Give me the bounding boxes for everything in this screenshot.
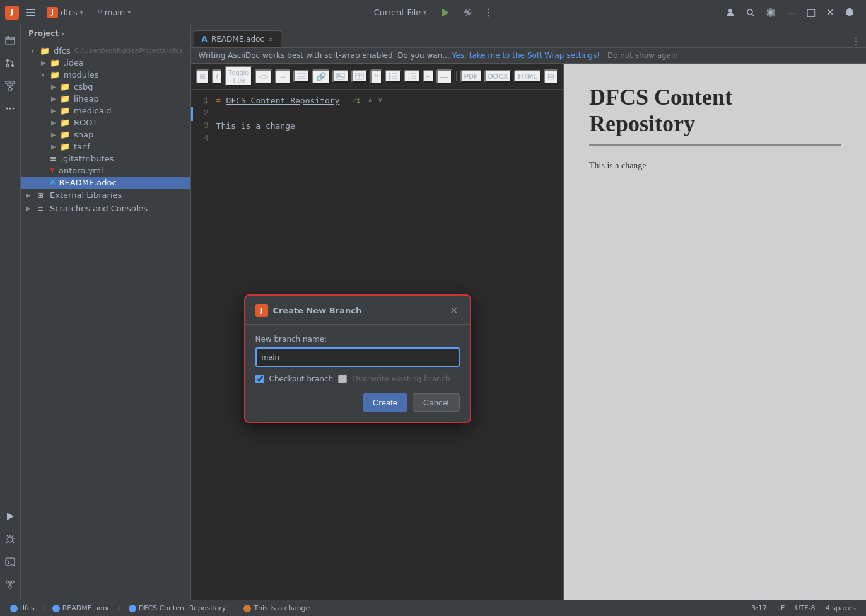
tree-idea-item[interactable]: ▶ 📁 .idea: [21, 57, 190, 69]
sidebar-icon-terminal[interactable]: [0, 552, 20, 572]
status-position-item[interactable]: 3:17: [746, 604, 772, 612]
toolbar-toggle-title-button[interactable]: Toggle Title: [225, 66, 253, 86]
hamburger-button[interactable]: [24, 6, 38, 19]
tab-actions-more[interactable]: ⋮: [846, 35, 866, 47]
svg-point-20: [6, 108, 8, 110]
status-indent-item[interactable]: 4 spaces: [821, 604, 862, 612]
dialog-logo: J: [255, 304, 268, 317]
toolbar-table-button[interactable]: [351, 70, 368, 83]
toolbar-bold-button[interactable]: B: [196, 69, 209, 84]
status-right: 3:17 LF UTF-8 4 spaces: [746, 604, 861, 612]
code-line-3: This is a change: [216, 120, 563, 132]
toolbar-align-button[interactable]: [293, 70, 310, 83]
svg-point-10: [11, 64, 14, 67]
toolbar-format-button[interactable]: ↔: [275, 69, 291, 84]
tree-medicaid-item[interactable]: ▶ 📁 medicaid: [21, 105, 190, 117]
maximize-button[interactable]: □: [802, 4, 819, 21]
external-libraries-item[interactable]: ▶ ⊞ External Libraries: [21, 189, 190, 202]
svg-marker-23: [7, 513, 14, 520]
user-icon-button[interactable]: [722, 5, 739, 20]
toolbar-code-button[interactable]: <>: [255, 69, 272, 84]
tree-root-folder-item[interactable]: ▶ 📁 ROOT: [21, 117, 190, 129]
status-bc1-item[interactable]: DFCS Content Repository: [124, 604, 231, 612]
branch-button[interactable]: ⑂ main ▾: [92, 6, 137, 19]
status-line-ending-item[interactable]: LF: [772, 604, 790, 612]
minimize-button[interactable]: —: [782, 4, 800, 21]
tree-tanf-item[interactable]: ▶ 📁 tanf: [21, 141, 190, 153]
overwrite-checkbox[interactable]: [338, 375, 347, 383]
status-project-item[interactable]: dfcs: [5, 604, 40, 612]
create-button[interactable]: Create: [363, 393, 407, 412]
toolbar-html-button[interactable]: HTML: [514, 70, 541, 83]
tab-close-readme[interactable]: ×: [268, 36, 273, 43]
status-encoding-item[interactable]: UTF-8: [790, 604, 820, 612]
status-bc2-item[interactable]: This is a change: [238, 604, 315, 612]
code-lines[interactable]: = DFCS Content Repository ✓1 ∧ ∨ This is…: [214, 95, 563, 145]
tree-idea-folder-icon: 📁: [50, 58, 60, 67]
toolbar-code-block-button[interactable]: ⌐: [423, 70, 434, 83]
close-button[interactable]: ✕: [822, 4, 838, 21]
scratches-item[interactable]: ▶ ≡ Scratches and Consoles: [21, 202, 190, 215]
sidebar-icon-more[interactable]: [0, 98, 20, 119]
toolbar-italic-button[interactable]: I: [212, 69, 222, 84]
search-button[interactable]: [742, 5, 759, 20]
project-panel-header[interactable]: Project ▾: [21, 25, 190, 42]
notification-dismiss[interactable]: Do not show again: [607, 51, 678, 60]
tree-idea-arrow: ▶: [41, 59, 49, 66]
sidebar-icon-vcs[interactable]: [0, 53, 20, 73]
project-name-button[interactable]: J dfcs ▾: [43, 6, 87, 20]
toolbar-image-button[interactable]: [332, 70, 349, 83]
svg-point-22: [13, 108, 15, 110]
status-bc1-label: DFCS Content Repository: [139, 604, 226, 612]
tree-snap-arrow: ▶: [51, 131, 59, 138]
run-button[interactable]: [435, 4, 454, 21]
svg-point-40: [389, 73, 390, 74]
toolbar-docx-button[interactable]: DOCX: [484, 70, 512, 83]
current-file-button[interactable]: Current File ▾: [369, 6, 432, 18]
notification-link2: Do not show again: [607, 51, 678, 60]
branch-name-input[interactable]: [255, 347, 460, 367]
toolbar-list-button[interactable]: [385, 70, 401, 83]
checkout-checkbox[interactable]: [255, 375, 264, 383]
tree-csbg-arrow: ▶: [51, 83, 59, 90]
toolbar-pdf-button[interactable]: PDF: [460, 70, 482, 83]
tree-gitattr-item[interactable]: ▶ ≡ .gitattributes: [21, 153, 190, 165]
tree-readme-item[interactable]: ▶ A README.adoc: [21, 177, 190, 189]
tree-snap-item[interactable]: ▶ 📁 snap: [21, 129, 190, 141]
notification-link-wrap[interactable]: Yes, take me to the Soft Wrap settings!: [452, 51, 600, 60]
settings-button[interactable]: [762, 5, 780, 20]
svg-point-27: [11, 581, 14, 583]
svg-rect-15: [8, 88, 12, 90]
sidebar-icon-structure[interactable]: [0, 76, 20, 96]
tree-antora-icon: Y: [50, 166, 55, 175]
build-button[interactable]: [458, 5, 476, 20]
dialog-close-button[interactable]: ✕: [448, 303, 459, 318]
sidebar-icon-debug[interactable]: [0, 529, 20, 549]
fold-down-icon[interactable]: ∨: [378, 95, 382, 107]
toolbar-ol-button[interactable]: 123: [404, 70, 420, 83]
svg-rect-7: [6, 37, 15, 44]
tree-root-item[interactable]: ▾ 📁 dfcs C:\Users\rohit\IdeaProjects\dfc…: [21, 45, 190, 57]
more-actions-button[interactable]: ⋮: [479, 4, 497, 21]
toolbar-hr-button[interactable]: —: [436, 69, 452, 84]
status-file-item[interactable]: README.adoc: [47, 604, 116, 612]
toolbar-grid-button[interactable]: ⊟: [544, 69, 558, 84]
fold-up-icon[interactable]: ∧: [368, 95, 372, 107]
toolbar-link-button[interactable]: 🔗: [312, 69, 330, 84]
cancel-button[interactable]: Cancel: [413, 393, 459, 412]
title-bar-left: J J dfcs ▾ ⑂ main ▾: [5, 6, 364, 20]
sidebar-icon-git[interactable]: [0, 574, 20, 595]
sidebar-icon-project[interactable]: [0, 30, 20, 50]
editor-tab-readme[interactable]: A README.adoc ×: [194, 30, 282, 47]
tree-liheap-item[interactable]: ▶ 📁 liheap: [21, 93, 190, 105]
dialog-field-label: New branch name:: [255, 335, 460, 344]
checkout-label[interactable]: Checkout branch: [269, 375, 334, 383]
toolbar-quote-button[interactable]: ❝: [370, 69, 382, 84]
tree-modules-item[interactable]: ▾ 📁 modules: [21, 69, 190, 81]
sidebar-icon-run[interactable]: [0, 506, 20, 526]
tree-csbg-item[interactable]: ▶ 📁 csbg: [21, 81, 190, 93]
notification-bell-icon[interactable]: [841, 5, 858, 20]
dialog-checkout-row: Checkout branch Overwrite existing branc…: [255, 375, 460, 383]
status-project-icon: [10, 605, 18, 612]
tree-antora-item[interactable]: ▶ Y antora.yml: [21, 165, 190, 177]
